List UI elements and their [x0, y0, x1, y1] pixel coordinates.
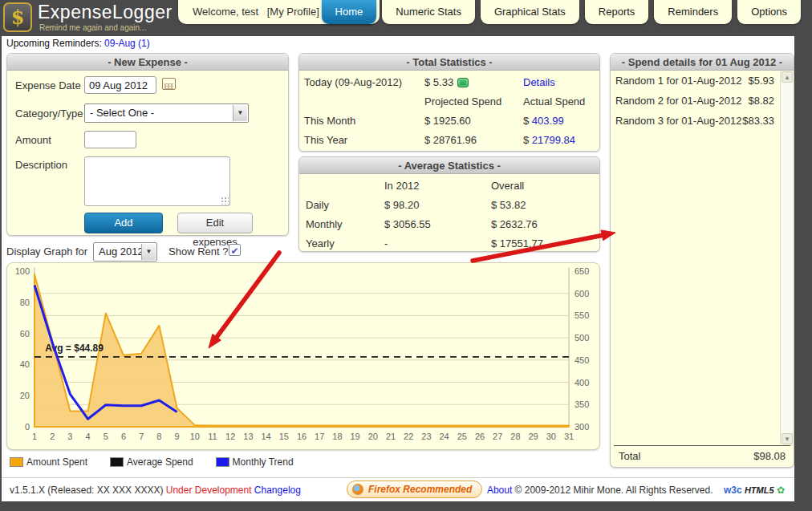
svg-text:450: 450	[574, 355, 589, 365]
svg-text:4: 4	[86, 432, 91, 441]
spend-list-scrollbar[interactable]: ▲ ▼	[780, 71, 793, 444]
actual-value-link[interactable]: 403.99	[532, 115, 564, 127]
spend-amount: $83.33	[742, 111, 774, 131]
dollar-icon: $	[11, 6, 25, 29]
spend-details-panel: - Spend details for 01 Aug 2012 - Random…	[610, 53, 794, 468]
expense-date-input[interactable]	[84, 76, 156, 94]
total-amount: $98.08	[753, 446, 786, 467]
footer-bar: v1.5.1.X (Released: XX XXX XXXX) Under D…	[2, 477, 794, 501]
spacer	[304, 92, 424, 112]
svg-text:25: 25	[457, 432, 467, 441]
version-text: v1.5.1.X (Released: XX XXX XXXX)	[10, 485, 163, 496]
tab-reminders[interactable]: Reminders	[654, 0, 732, 24]
svg-text:2: 2	[50, 432, 55, 441]
overall-value: $ 2632.76	[491, 215, 599, 234]
amount-spent-swatch	[10, 457, 23, 467]
about-link[interactable]: About	[487, 485, 512, 496]
spend-row: Random 2 for 01-Aug-2012 $8.82	[611, 91, 794, 111]
average-statistics-panel: - Average Statistics - In 2012 Overall D…	[298, 156, 600, 252]
changelog-link[interactable]: Changelog	[254, 485, 301, 496]
overall-value: $ 53.82	[491, 196, 599, 215]
header-bar: $ ExpenseLogger Remind me again and agai…	[0, 0, 812, 36]
average-spend-swatch	[110, 457, 124, 467]
html5-leaf-icon: ✿	[777, 485, 785, 496]
row-label: Monthly	[306, 215, 384, 234]
my-profile-link[interactable]: [My Profile]	[267, 6, 319, 18]
firefox-icon	[352, 484, 363, 495]
legend-label: Average Spend	[127, 456, 193, 468]
tab-numeric-stats[interactable]: Numeric Stats	[382, 0, 475, 24]
svg-text:80: 80	[20, 298, 30, 307]
tab-home[interactable]: Home	[322, 0, 377, 24]
spend-name: Random 1 for 01-Aug-2012	[615, 71, 742, 91]
spacer	[306, 176, 384, 196]
app-logo[interactable]: $	[3, 2, 32, 32]
currency-sign: $	[523, 134, 529, 146]
checkmark-icon: ✔	[230, 245, 238, 257]
svg-text:400: 400	[574, 378, 589, 387]
total-label: Total	[619, 446, 640, 467]
svg-text:500: 500	[574, 333, 589, 343]
scroll-down-icon[interactable]: ▼	[782, 433, 793, 444]
graph-month-select[interactable]: Aug 2012 ▼	[93, 242, 157, 262]
tab-graphical-stats[interactable]: Graphical Stats	[481, 0, 579, 24]
svg-text:300: 300	[574, 422, 589, 432]
html5-badge[interactable]: HTML5	[745, 485, 774, 495]
note-icon[interactable]	[457, 78, 469, 87]
spend-name: Random 2 for 01-Aug-2012	[615, 91, 742, 111]
add-expense-button[interactable]: Add Expense	[84, 213, 163, 233]
expense-date-label: Expense Date	[15, 79, 81, 91]
average-statistics-title: - Average Statistics -	[299, 157, 599, 174]
in-2012-value: $ 98.20	[384, 196, 491, 215]
spend-chart-panel: Avg = $44.890204060801003003504004505005…	[6, 262, 600, 450]
scroll-up-icon[interactable]: ▲	[782, 71, 793, 83]
svg-text:5: 5	[104, 432, 108, 441]
svg-text:7: 7	[139, 432, 144, 441]
calendar-icon[interactable]	[162, 78, 176, 90]
show-rent-checkbox[interactable]: ✔	[229, 244, 241, 256]
show-rent-label: Show Rent ?	[168, 245, 228, 258]
currency-sign: $	[523, 115, 529, 127]
spend-list: Random 1 for 01-Aug-2012 $5.93 Random 2 …	[611, 71, 794, 446]
w3c-badge[interactable]: w3c	[724, 485, 742, 496]
projected-spend-header: Projected Spend	[424, 92, 523, 112]
graph-month-value: Aug 2012	[99, 245, 144, 258]
category-select[interactable]: - Select One - ▼	[84, 103, 249, 123]
new-expense-panel: - New Expense - Expense Date Category/Ty…	[6, 53, 289, 236]
svg-text:18: 18	[332, 432, 342, 441]
resize-grip-icon[interactable]	[221, 197, 229, 205]
edit-expenses-button[interactable]: Edit expenses	[177, 213, 253, 233]
legend-label: Monthly Trend	[233, 456, 294, 468]
details-link[interactable]: Details	[523, 76, 555, 88]
spend-amount: $8.82	[748, 91, 774, 111]
category-label: Category/Type	[15, 107, 83, 120]
row-label: Daily	[306, 196, 384, 215]
spend-name: Random 3 for 01-Aug-2012	[615, 111, 742, 131]
actual-spend-header: Actual Spend	[523, 92, 599, 112]
app-title: ExpenseLogger	[38, 2, 173, 23]
reminder-date-link[interactable]: 09-Aug (1)	[104, 38, 150, 49]
svg-text:17: 17	[315, 432, 324, 441]
tab-options[interactable]: Options	[737, 0, 801, 24]
svg-text:28: 28	[510, 432, 520, 441]
chart-legend: Amount Spent Average Spend Monthly Trend	[10, 456, 308, 468]
firefox-recommended-badge[interactable]: Firefox Recommended	[347, 481, 482, 498]
svg-text:21: 21	[386, 432, 396, 441]
description-input[interactable]	[84, 156, 230, 206]
svg-text:550: 550	[574, 310, 589, 320]
amount-input[interactable]	[84, 131, 136, 148]
row-label: Yearly	[306, 234, 384, 253]
svg-text:6: 6	[121, 432, 126, 441]
dev-status-text: Under Development	[166, 485, 252, 496]
spend-amount: $5.93	[748, 71, 774, 91]
svg-text:22: 22	[404, 432, 413, 441]
legend-item: Amount Spent	[10, 456, 87, 468]
row-label: This Year	[304, 131, 424, 150]
row-label: This Month	[304, 112, 424, 131]
tab-reports[interactable]: Reports	[585, 0, 649, 24]
actual-value-link[interactable]: 21799.84	[532, 134, 575, 146]
svg-text:650: 650	[574, 266, 589, 276]
category-selected-value: - Select One -	[90, 107, 154, 119]
total-statistics-title: - Total Statistics -	[299, 54, 599, 71]
svg-text:13: 13	[243, 432, 253, 441]
